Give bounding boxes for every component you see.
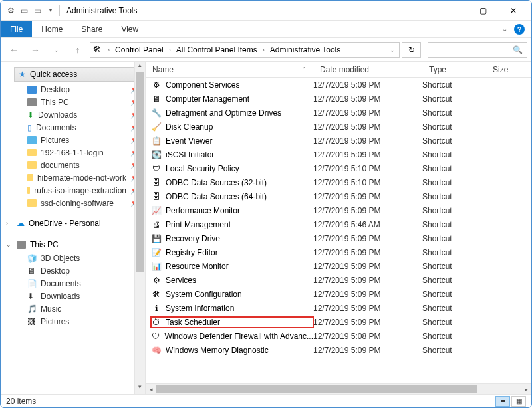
col-date[interactable]: Date modified	[313, 65, 422, 74]
file-row[interactable]: 🧹Disk Cleanup12/7/2019 5:09 PMShortcut	[146, 120, 531, 134]
file-row[interactable]: 📈Performance Monitor12/7/2019 5:09 PMSho…	[146, 203, 531, 217]
sidebar-item[interactable]: ▯Documents📌	[1, 121, 145, 134]
file-tab[interactable]: File	[1, 21, 32, 37]
breadcrumb[interactable]: 🛠 › Control Panel › All Control Panel It…	[90, 42, 400, 58]
qat-properties-icon[interactable]: ▭	[19, 6, 29, 15]
forward-button[interactable]: →	[26, 41, 45, 59]
sidebar-item[interactable]: 📄Documents	[1, 277, 145, 290]
sidebar-item[interactable]: 🎵Music	[1, 302, 145, 315]
col-name[interactable]: Name ⌃	[146, 65, 313, 74]
sidebar-item-label: Pictures	[41, 136, 69, 145]
file-row[interactable]: 🗄ODBC Data Sources (32-bit)12/7/2019 5:1…	[146, 175, 531, 189]
col-type[interactable]: Type	[422, 65, 486, 74]
scroll-up-icon[interactable]: ▴	[135, 62, 145, 72]
sidebar-item[interactable]: This PC📌	[1, 96, 145, 108]
sidebar-item[interactable]: rufus-iso-image-extraction📌	[1, 184, 145, 197]
sidebar-item[interactable]: ssd-cloning-software📌	[1, 197, 145, 209]
bc-item[interactable]: Control Panel	[112, 45, 166, 54]
refresh-button[interactable]: ↻	[402, 42, 421, 58]
search-input[interactable]: 🔍	[428, 42, 527, 58]
file-row[interactable]: 📋Event Viewer12/7/2019 5:09 PMShortcut	[146, 134, 531, 148]
sidebar-item[interactable]: ⬇Downloads📌	[1, 108, 145, 121]
file-name: System Information	[166, 304, 234, 313]
app-icon: ⚙	[6, 6, 15, 15]
sidebar-item[interactable]: documents📌	[1, 159, 145, 171]
scroll-right-icon[interactable]: ▸	[521, 386, 531, 393]
file-row[interactable]: 🛠System Configuration12/7/2019 5:09 PMSh…	[146, 287, 531, 301]
view-tab[interactable]: View	[112, 21, 148, 37]
scroll-thumb[interactable]	[136, 72, 144, 272]
file-name: Registry Editor	[166, 248, 218, 257]
chevron-right-icon[interactable]: ›	[168, 47, 172, 53]
breadcrumb-dropdown[interactable]: ⌄	[388, 47, 396, 53]
file-row[interactable]: 🛡Windows Defender Firewall with Advanc..…	[146, 329, 531, 343]
file-type: Shortcut	[422, 304, 486, 313]
file-name: Performance Monitor	[166, 206, 240, 215]
sidebar-onedrive[interactable]: › ☁ OneDrive - Personal	[1, 216, 145, 231]
file-row[interactable]: 🔧Defragment and Optimize Drives12/7/2019…	[146, 106, 531, 120]
file-row[interactable]: 🗄ODBC Data Sources (64-bit)12/7/2019 5:0…	[146, 189, 531, 203]
file-row[interactable]: 💾Recovery Drive12/7/2019 5:09 PMShortcut	[146, 231, 531, 245]
up-button[interactable]: ↑	[68, 41, 87, 59]
file-row[interactable]: 📊Resource Monitor12/7/2019 5:09 PMShortc…	[146, 259, 531, 273]
file-row[interactable]: 🖨Print Management12/7/2019 5:46 AMShortc…	[146, 217, 531, 231]
sidebar-item-label: ssd-cloning-software	[41, 199, 114, 208]
close-button[interactable]: ✕	[498, 1, 529, 21]
file-row[interactable]: 🛡Local Security Policy12/7/2019 5:10 PMS…	[146, 161, 531, 175]
sidebar-item[interactable]: hibernate-mode-not-work📌	[1, 171, 145, 184]
sidebar-item-label: documents	[41, 161, 80, 170]
details-view-button[interactable]: ≣	[495, 396, 510, 407]
back-button[interactable]: ←	[5, 41, 23, 59]
chevron-down-icon[interactable]: ⌄	[6, 241, 11, 248]
qat-dropdown-icon[interactable]: ▾	[46, 6, 55, 15]
scroll-thumb[interactable]	[156, 385, 477, 393]
scroll-left-icon[interactable]: ◂	[146, 386, 156, 393]
share-tab[interactable]: Share	[72, 21, 112, 37]
bc-item[interactable]: All Control Panel Items	[174, 45, 260, 54]
sidebar-item[interactable]: Desktop📌	[1, 83, 145, 96]
minimize-button[interactable]: —	[437, 1, 467, 21]
sidebar-item[interactable]: 192-168-1-1-login📌	[1, 146, 145, 159]
icons-view-button[interactable]: ▦	[511, 396, 526, 407]
download-icon: ⬇	[27, 110, 34, 120]
bc-item[interactable]: Administrative Tools	[267, 45, 344, 54]
sidebar-scrollbar[interactable]: ▴ ▾	[134, 62, 145, 394]
recent-dropdown[interactable]: ⌄	[47, 41, 66, 59]
sidebar-quick-access[interactable]: ★ Quick access	[14, 67, 141, 82]
file-row[interactable]: ⚙Services12/7/2019 5:09 PMShortcut	[146, 273, 531, 287]
sidebar-this-pc[interactable]: ⌄ This PC	[1, 237, 145, 252]
col-size[interactable]: Size	[486, 65, 531, 74]
sidebar-item[interactable]: 🧊3D Objects	[1, 252, 145, 264]
file-row[interactable]: 💽iSCSI Initiator12/7/2019 5:09 PMShortcu…	[146, 148, 531, 161]
folder-icon	[27, 149, 37, 156]
h-scrollbar[interactable]: ◂ ▸	[146, 383, 531, 394]
home-tab[interactable]: Home	[32, 21, 72, 37]
file-name: Recovery Drive	[166, 234, 220, 243]
sidebar-item[interactable]: Pictures📌	[1, 134, 145, 146]
chevron-right-icon[interactable]: ›	[106, 47, 111, 53]
chevron-right-icon[interactable]: ›	[6, 220, 8, 227]
file-row[interactable]: ⚙Component Services12/7/2019 5:09 PMShor…	[146, 78, 531, 92]
file-row[interactable]: 🖥Computer Management12/7/2019 5:09 PMSho…	[146, 92, 531, 106]
sidebar-item[interactable]: 🖼Pictures	[1, 315, 145, 328]
qat-newfolder-icon[interactable]: ▭	[33, 6, 42, 15]
sidebar-item[interactable]: 🖥Desktop	[1, 264, 145, 277]
sidebar-item[interactable]: ⬇Downloads	[1, 290, 145, 302]
file-row[interactable]: ⏱Task Scheduler12/7/2019 5:09 PMShortcut	[146, 315, 531, 329]
file-row[interactable]: 📝Registry Editor12/7/2019 5:09 PMShortcu…	[146, 245, 531, 259]
chevron-right-icon[interactable]: ›	[261, 47, 266, 53]
file-name: Disk Cleanup	[166, 122, 213, 132]
maximize-button[interactable]: ▢	[467, 1, 498, 21]
ribbon-expand-icon[interactable]: ⌄	[502, 25, 507, 33]
file-name: ODBC Data Sources (32-bit)	[166, 178, 267, 187]
file-row[interactable]: 🧠Windows Memory Diagnostic12/7/2019 5:09…	[146, 343, 531, 357]
file-name: Defragment and Optimize Drives	[166, 108, 281, 118]
file-date: 12/7/2019 5:09 PM	[313, 248, 422, 257]
sidebar-item-label: Documents	[36, 123, 76, 132]
folder-icon: 🎵	[27, 304, 37, 314]
file-row[interactable]: ℹSystem Information12/7/2019 5:09 PMShor…	[146, 301, 531, 315]
scroll-down-icon[interactable]: ▾	[135, 383, 145, 394]
help-icon[interactable]: ?	[514, 24, 525, 35]
file-name: Component Services	[166, 80, 239, 90]
folder-icon	[27, 161, 37, 169]
